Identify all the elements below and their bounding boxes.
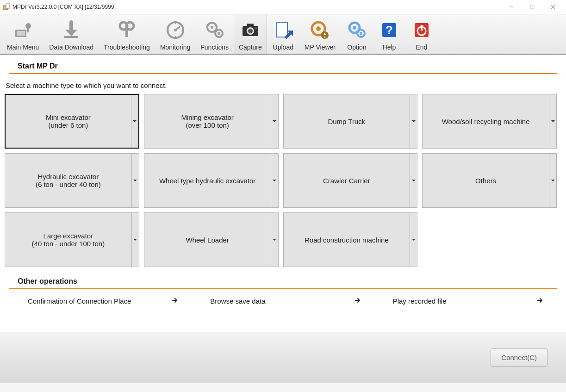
svg-point-12 [126,22,134,30]
machine-dropdown-button[interactable] [271,213,278,267]
machine-title: Wheel Loader [186,236,229,244]
machine-select-button[interactable]: Dump Truck [284,94,410,148]
other-operation-link[interactable]: Confirmation of Connection Place [9,293,192,309]
minimize-button[interactable] [501,0,522,14]
machine-title: Dump Truck [328,118,365,125]
machine-select-button[interactable]: Mini excavator(under 6 ton) [6,95,131,148]
svg-rect-10 [64,36,78,38]
monitoring-icon [165,19,186,41]
machine-select-button[interactable]: Wheel Loader [144,213,271,267]
svg-rect-7 [17,31,25,36]
svg-point-32 [316,26,321,31]
svg-point-24 [218,32,220,35]
toolbar-upload[interactable]: Upload [267,14,299,54]
connect-button[interactable]: Connect(C) [491,348,547,367]
caret-down-icon [551,119,555,123]
svg-point-36 [353,26,356,30]
machine-dropdown-button[interactable] [549,154,556,207]
toolbar-functions[interactable]: Functions [195,14,234,54]
machine-dropdown-button[interactable] [410,213,417,267]
machine-title: Road construction machine [305,236,389,244]
machine-dropdown-button[interactable] [131,213,139,267]
toolbar-main-menu[interactable]: Main Menu [2,14,44,54]
machine-title: Mini excavator [46,113,91,121]
arrow-right-icon [354,297,361,305]
window-controls [501,0,563,14]
other-operation-link[interactable]: Browse save data [192,293,374,309]
toolbar-label: Data Download [49,44,93,51]
instruction-text: Select a machine type to which you want … [6,81,557,89]
toolbar-capture[interactable]: Capture [234,14,267,54]
app-icon [3,3,10,11]
toolbar-monitoring[interactable]: Monitoring [155,14,195,54]
machine-title: Crawler Carrier [323,177,370,185]
svg-line-16 [175,26,180,30]
end-icon [411,19,432,41]
other-op-label: Browse save data [210,297,265,305]
machine-subtitle: (6 ton - under 40 ton) [36,180,101,188]
machine-select-button[interactable]: Mining excavator(over 100 ton) [144,94,271,148]
machine-type-button: Others [422,153,557,208]
machine-dropdown-button[interactable] [131,154,139,207]
toolbar-label: Main Menu [7,44,39,51]
machine-select-button[interactable]: Others [423,154,549,207]
machine-title: Mining excavator [181,113,233,121]
svg-rect-9 [27,28,29,32]
machine-select-button[interactable]: Crawler Carrier [284,154,410,207]
main-toolbar: Main Menu Data Download Troubleshooting … [0,14,566,55]
toolbar-label: End [416,44,428,51]
toolbar-troubleshoot[interactable]: Troubleshooting [99,14,155,54]
svg-rect-1 [6,4,10,8]
toolbar-label: Troubleshooting [104,44,150,51]
toolbar-help[interactable]: ? Help [373,14,405,54]
other-op-label: Confirmation of Connection Place [28,297,131,305]
caret-down-icon [412,119,416,123]
status-bar [0,383,566,392]
machine-type-button: Wheel Loader [144,212,279,267]
maximize-button[interactable] [522,0,542,14]
caret-down-icon [273,179,276,182]
machine-select-button[interactable]: Hydraulic excavator(6 ton - under 40 ton… [5,154,131,207]
machine-title: Wood/soil recycling machine [442,118,530,125]
machine-title: Hydraulic excavator [38,173,99,180]
app-window: MPDr Ver3.22.0.0 [COM XX] [12/31/9999] M… [0,0,566,392]
machine-type-button: Mini excavator(under 6 ton) [5,94,139,149]
svg-point-27 [248,29,253,33]
mp-viewer-icon [309,19,330,41]
machine-subtitle: (under 6 ton) [48,121,88,129]
machine-dropdown-button[interactable] [271,154,278,207]
machine-select-button[interactable]: Wood/soil recycling machine [423,94,549,148]
svg-text:?: ? [386,23,393,37]
caret-down-icon [133,179,137,182]
machine-title: Large excavator [44,232,93,240]
machine-select-button[interactable]: Road construction machine [284,213,410,267]
toolbar-label: Option [347,44,366,51]
machine-dropdown-button[interactable] [271,94,278,148]
other-operation-link[interactable]: Play recorded file [374,293,557,309]
caret-down-icon [551,179,555,182]
caret-down-icon [273,238,276,242]
machine-dropdown-button[interactable] [549,94,556,148]
machine-dropdown-button[interactable] [410,154,417,207]
toolbar-data-download[interactable]: Data Download [44,14,99,54]
main-content: Start MP Dr Select a machine type to whi… [0,55,566,332]
svg-rect-30 [276,22,287,37]
toolbar-option[interactable]: Option [341,14,373,54]
toolbar-label: Upload [273,44,293,51]
machine-select-button[interactable]: Wheel type hydraulic excavator [144,154,271,207]
machine-type-button: Wheel type hydraulic excavator [144,153,279,208]
toolbar-label: Monitoring [160,44,190,51]
machine-type-grid: Mini excavator(under 6 ton) Mining excav… [5,94,557,272]
machine-subtitle: (over 100 ton) [186,121,229,129]
machine-dropdown-button[interactable] [410,94,417,148]
toolbar-end[interactable]: End [405,14,438,54]
toolbar-label: Help [383,44,396,51]
machine-dropdown-button[interactable] [131,95,138,148]
help-icon: ? [379,19,400,41]
machine-select-button[interactable]: Large excavator(40 ton - under 100 ton) [5,213,131,267]
functions-icon [204,19,225,41]
close-button[interactable] [542,0,563,14]
machine-type-button: Hydraulic excavator(6 ton - under 40 ton… [5,153,139,208]
toolbar-mp-viewer[interactable]: MP Viewer [299,14,341,54]
arrow-right-icon [171,297,179,305]
